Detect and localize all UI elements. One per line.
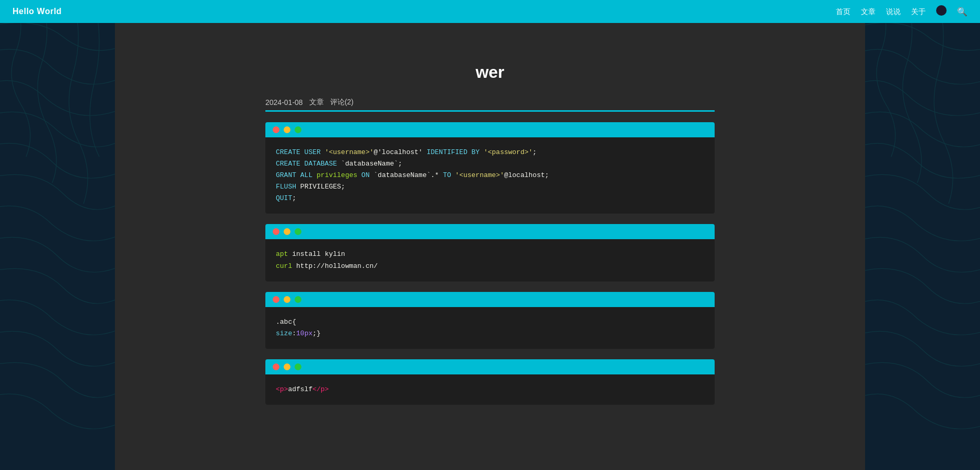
dot-red-1 bbox=[273, 126, 279, 133]
dot-green-3 bbox=[295, 296, 301, 303]
dot-green-2 bbox=[295, 228, 301, 235]
theme-toggle-icon[interactable] bbox=[936, 5, 947, 16]
code-block-css-header bbox=[265, 292, 715, 307]
code-block-html-header bbox=[265, 359, 715, 374]
code-block-sql: CREATE USER '<username>'@'localhost' IDE… bbox=[265, 122, 715, 214]
dot-yellow-2 bbox=[284, 228, 290, 235]
content-area: wer 2024-01-08 文章 评论(2) CREATE USER '<us… bbox=[255, 31, 725, 436]
left-sidebar bbox=[0, 0, 115, 470]
code-block-css-body: .abc{ size:10px;} bbox=[265, 307, 715, 349]
dot-red-3 bbox=[273, 296, 279, 303]
nav-thoughts[interactable]: 说说 bbox=[886, 7, 901, 16]
dot-yellow-4 bbox=[284, 363, 290, 370]
html-line-1: <p>adfslf</p> bbox=[276, 384, 704, 395]
post-comments[interactable]: 评论(2) bbox=[330, 98, 354, 107]
dot-yellow-1 bbox=[284, 126, 290, 133]
css-line-1: .abc{ bbox=[276, 316, 704, 328]
nav-home[interactable]: 首页 bbox=[836, 7, 850, 16]
code-block-css: .abc{ size:10px;} bbox=[265, 292, 715, 349]
code-block-shell-body: apt install kylin curl http://hollowman.… bbox=[265, 239, 715, 281]
dot-green-4 bbox=[295, 363, 301, 370]
navbar-brand[interactable]: Hello World bbox=[13, 7, 62, 16]
code-block-sql-header bbox=[265, 122, 715, 137]
search-icon[interactable]: 🔍 bbox=[957, 7, 967, 16]
code-block-shell: apt install kylin curl http://hollowman.… bbox=[265, 224, 715, 281]
code-block-sql-body: CREATE USER '<username>'@'localhost' IDE… bbox=[265, 137, 715, 214]
shell-line-1: apt install kylin bbox=[276, 249, 704, 260]
right-sidebar bbox=[865, 0, 980, 470]
shell-line-2: curl http://hollowman.cn/ bbox=[276, 261, 704, 272]
sql-line-2: CREATE DATABASE `databaseName`; bbox=[276, 158, 704, 170]
sql-line-1: CREATE USER '<username>'@'localhost' IDE… bbox=[276, 147, 704, 158]
nav-articles[interactable]: 文章 bbox=[861, 7, 876, 16]
sql-line-5: QUIT; bbox=[276, 193, 704, 204]
sql-line-3: GRANT ALL privileges ON `databaseName`.*… bbox=[276, 170, 704, 181]
dot-red-2 bbox=[273, 228, 279, 235]
dot-green-1 bbox=[295, 126, 301, 133]
main-wrapper: wer 2024-01-08 文章 评论(2) CREATE USER '<us… bbox=[115, 0, 865, 470]
code-block-shell-header bbox=[265, 224, 715, 239]
code-block-html: <p>adfslf</p> bbox=[265, 359, 715, 405]
sql-line-4: FLUSH PRIVILEGES; bbox=[276, 181, 704, 193]
post-meta: 2024-01-08 文章 评论(2) bbox=[265, 98, 715, 107]
post-divider bbox=[265, 110, 715, 112]
css-line-2: size:10px;} bbox=[276, 328, 704, 339]
post-title: wer bbox=[265, 63, 715, 82]
dot-red-4 bbox=[273, 363, 279, 370]
code-block-html-body: <p>adfslf</p> bbox=[265, 374, 715, 405]
post-category[interactable]: 文章 bbox=[309, 98, 324, 107]
navbar: Hello World 首页 文章 说说 关于 🔍 bbox=[0, 0, 980, 23]
nav-about[interactable]: 关于 bbox=[911, 7, 926, 16]
post-date: 2024-01-08 bbox=[265, 98, 303, 107]
dot-yellow-3 bbox=[284, 296, 290, 303]
